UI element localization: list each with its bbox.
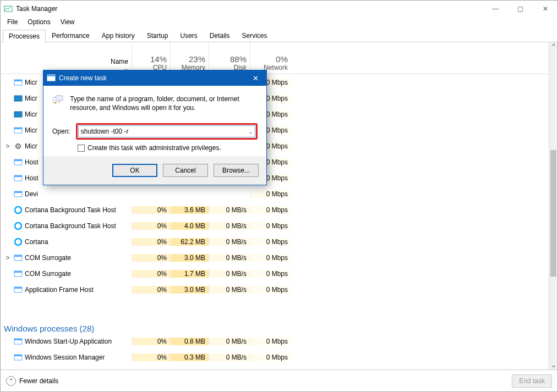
process-icon [14, 142, 23, 151]
memory-cell: 3.6 MB [170, 206, 209, 214]
process-name: Micr [25, 111, 37, 118]
dialog-titlebar: Create new task ✕ [43, 70, 266, 86]
process-icon [14, 337, 23, 346]
process-name: Host [25, 174, 39, 182]
dialog-title: Create new task [59, 74, 244, 82]
header-name[interactable]: Name ⌄ [1, 42, 132, 74]
header-cpu[interactable]: 14% CPU [132, 42, 170, 74]
svg-point-8 [18, 145, 19, 147]
svg-rect-19 [14, 255, 22, 257]
process-icon [14, 369, 23, 370]
window-title: Task Manager [16, 5, 483, 13]
memory-cell: 1.1 MB [170, 369, 209, 370]
header-disk[interactable]: 88% Disk [209, 42, 250, 74]
combobox-arrow-icon[interactable]: ⌄ [248, 129, 253, 135]
footer: ⌃ Fewer details End task [1, 369, 557, 391]
process-name: Windows Session Manager [25, 354, 105, 361]
open-value: shutdown -t00 -r [81, 128, 129, 135]
table-row[interactable]: >COM Surrogate0%3.0 MB0 MB/s0 Mbps [1, 250, 557, 266]
fewer-details-button[interactable]: ⌃ Fewer details [6, 376, 58, 386]
scroll-up-icon[interactable]: ⌃ [549, 42, 557, 51]
tabstrip: Processes Performance App history Startu… [1, 29, 557, 42]
table-row[interactable]: Cortana Background Task Host0%3.6 MB0 MB… [1, 202, 557, 218]
network-cell: 0 Mbps [250, 254, 291, 262]
svg-rect-21 [14, 271, 22, 273]
expand-icon[interactable]: > [4, 254, 12, 262]
memory-cell: 0.8 MB [170, 338, 209, 345]
network-cell: 0 Mbps [250, 190, 291, 198]
admin-checkbox[interactable] [78, 145, 85, 152]
disk-cell: 0 MB/s [209, 238, 250, 246]
open-label: Open: [52, 128, 70, 135]
vertical-scrollbar[interactable]: ⌃ ⌄ [549, 42, 557, 369]
dialog-buttons: OK Cancel Browse... [43, 156, 266, 185]
disk-cell: 0 MB/s [209, 206, 250, 214]
svg-point-16 [15, 223, 21, 229]
memory-cell: 3.0 MB [170, 254, 209, 262]
scroll-thumb[interactable] [550, 150, 556, 277]
cpu-percent: 14% [135, 54, 167, 64]
svg-rect-23 [14, 287, 22, 289]
fewer-details-label: Fewer details [19, 377, 58, 385]
close-button[interactable]: ✕ [533, 1, 557, 17]
process-name: Micr [25, 79, 37, 86]
dialog-body: Type the name of a program, folder, docu… [43, 86, 266, 156]
tab-performance[interactable]: Performance [46, 29, 96, 42]
tab-services[interactable]: Services [236, 29, 273, 42]
tab-details[interactable]: Details [204, 29, 236, 42]
minimize-button[interactable]: — [483, 1, 508, 17]
cancel-button[interactable]: Cancel [163, 164, 208, 177]
svg-rect-25 [14, 339, 22, 340]
table-row[interactable]: COM Surrogate0%1.7 MB0 MB/s0 Mbps [1, 266, 557, 281]
table-row[interactable]: Windows Logon Application0%1.1 MB0 MB/s0… [1, 365, 557, 369]
open-combobox[interactable]: shutdown -t00 -r ⌄ [78, 125, 255, 137]
tab-app-history[interactable]: App history [96, 29, 141, 42]
ok-button[interactable]: OK [112, 164, 157, 177]
process-icon [14, 126, 23, 135]
disk-cell: 0 MB/s [209, 369, 250, 370]
end-task-button[interactable]: End task [512, 374, 552, 388]
titlebar: Task Manager — ▢ ✕ [1, 1, 557, 17]
disk-cell: 0 MB/s [209, 222, 250, 230]
tab-users[interactable]: Users [174, 29, 203, 42]
process-icon [14, 222, 23, 230]
cpu-cell: 0% [132, 238, 170, 246]
browse-button[interactable]: Browse... [214, 164, 259, 177]
process-icon [14, 110, 23, 119]
tab-processes[interactable]: Processes [3, 30, 46, 42]
maximize-button[interactable]: ▢ [508, 1, 533, 17]
dialog-close-button[interactable]: ✕ [244, 74, 266, 82]
table-row[interactable]: Application Frame Host0%3.0 MB0 MB/s0 Mb… [1, 281, 557, 297]
expand-icon[interactable]: > [4, 142, 12, 150]
dialog-description: Type the name of a program, folder, docu… [70, 95, 258, 112]
network-cell: 0 Mbps [250, 270, 291, 278]
table-row[interactable]: Cortana Background Task Host0%4.0 MB0 MB… [1, 218, 557, 234]
table-row[interactable]: Windows Session Manager0%0.3 MB0 MB/s0 M… [1, 349, 557, 365]
process-name: Windows Start-Up Application [25, 338, 112, 345]
cpu-cell: 0% [132, 254, 170, 262]
process-name: Windows Logon Application [25, 369, 106, 370]
header-network[interactable]: 0% Network [250, 42, 291, 74]
svg-rect-6 [14, 128, 22, 129]
open-field-highlight: shutdown -t00 -r ⌄ [76, 123, 258, 140]
header-memory[interactable]: 23% Memory [170, 42, 209, 74]
run-prompt-icon [52, 95, 63, 112]
network-cell: 0 Mbps [250, 286, 291, 294]
menu-file[interactable]: File [3, 17, 22, 29]
memory-percent: 23% [174, 54, 205, 64]
menu-options[interactable]: Options [23, 17, 54, 29]
network-cell: 0 Mbps [250, 238, 291, 246]
menu-view[interactable]: View [56, 17, 79, 29]
process-name: Cortana Background Task Host [25, 222, 116, 230]
svg-rect-2 [14, 80, 22, 81]
process-icon [14, 238, 23, 246]
table-row[interactable]: Cortana0%62.2 MB0 MB/s0 Mbps [1, 234, 557, 250]
network-cell: 0 Mbps [250, 338, 291, 345]
scroll-down-icon[interactable]: ⌄ [549, 361, 557, 369]
svg-rect-33 [47, 75, 55, 76]
process-name: COM Surrogate [25, 254, 71, 262]
disk-percent: 88% [212, 54, 247, 64]
table-row[interactable]: Windows Start-Up Application0%0.8 MB0 MB… [1, 333, 557, 349]
tab-startup[interactable]: Startup [141, 29, 174, 42]
table-row[interactable]: Devi0 Mbps [1, 186, 557, 202]
